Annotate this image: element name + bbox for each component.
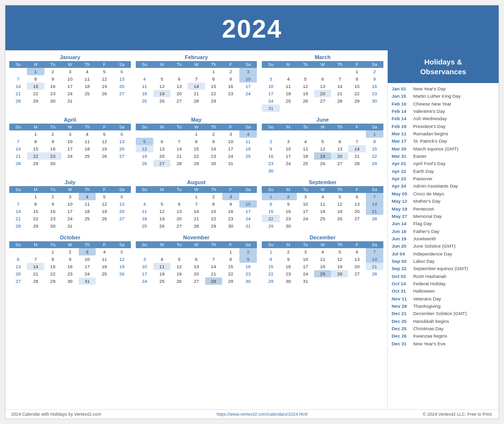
calendar-day: 16 bbox=[262, 152, 279, 160]
calendar-day: 14 bbox=[9, 208, 27, 215]
sidebar-event-item: May 12Mother's Day bbox=[392, 198, 495, 204]
calendar-day: 3 bbox=[262, 75, 279, 83]
calendar-day bbox=[96, 97, 113, 105]
event-date: Mar 20 bbox=[392, 146, 411, 152]
calendar-day: 3 bbox=[280, 138, 297, 145]
sidebar-event-item: Feb 14Ash Wednesday bbox=[392, 116, 495, 122]
calendar-day bbox=[331, 130, 348, 138]
calendar-day: 21 bbox=[331, 90, 348, 97]
calendar-day bbox=[170, 130, 188, 138]
calendar-day: 15 bbox=[348, 83, 365, 90]
event-name: Ramadan begins bbox=[413, 131, 448, 137]
event-name: Easter bbox=[413, 153, 426, 159]
event-date: Apr 01 bbox=[392, 161, 411, 167]
calendar-day: 30 bbox=[262, 167, 279, 174]
calendar-day: 1 bbox=[222, 248, 239, 255]
event-name: Father's Day bbox=[413, 229, 440, 234]
calendar-day: 11 bbox=[314, 200, 331, 208]
event-name: New Year's Day bbox=[413, 86, 446, 92]
calendar-day: 29 bbox=[222, 277, 239, 285]
calendar-day: 16 bbox=[44, 208, 62, 215]
calendar-day: 28 bbox=[348, 160, 365, 167]
calendar-day: 24 bbox=[62, 152, 79, 160]
calendar-day bbox=[280, 68, 297, 75]
calendar-day bbox=[366, 167, 383, 174]
event-date: Jun 16 bbox=[392, 229, 411, 234]
sidebar-event-item: Jun 16Father's Day bbox=[392, 229, 495, 234]
calendar-day: 3 bbox=[136, 255, 153, 263]
sidebar-event-item: Jun 20June Solstice (GMT) bbox=[392, 243, 495, 249]
calendar-day: 28 bbox=[366, 270, 383, 277]
calendar-day: 14 bbox=[170, 145, 188, 152]
calendar-day: 13 bbox=[314, 83, 331, 90]
calendar-day: 28 bbox=[170, 160, 188, 167]
calendar-day: 16 bbox=[366, 83, 383, 90]
calendar-day: 1 bbox=[44, 248, 62, 255]
calendar-day: 29 bbox=[205, 222, 222, 230]
month-february: FebruarySuMTuWThFSa123456789101112131415… bbox=[136, 54, 257, 112]
calendar-day: 13 bbox=[348, 255, 365, 263]
calendar-day bbox=[348, 105, 365, 112]
calendar-day: 29 bbox=[44, 277, 62, 285]
month-title-1: February bbox=[136, 54, 257, 60]
calendar-day: 27 bbox=[170, 222, 188, 230]
calendar-day: 20 bbox=[314, 90, 331, 97]
event-date: Apr 24 bbox=[392, 183, 411, 189]
calendar-day: 2 bbox=[205, 193, 222, 200]
calendar-day bbox=[96, 277, 113, 285]
calendar-day: 25 bbox=[136, 222, 153, 230]
month-title-5: June bbox=[262, 117, 383, 123]
footer-right: © 2024 Vertex42 LLC. Free to Print. bbox=[423, 412, 493, 417]
calendar-day: 21 bbox=[205, 270, 222, 277]
calendar-day: 26 bbox=[96, 152, 113, 160]
calendar-day: 29 bbox=[366, 160, 383, 167]
calendar-day: 12 bbox=[314, 145, 331, 152]
calendar-day: 24 bbox=[239, 90, 257, 97]
calendar-day: 30 bbox=[62, 277, 79, 285]
calendar-day: 18 bbox=[314, 263, 331, 270]
event-date: Feb 14 bbox=[392, 116, 411, 122]
calendar-day: 28 bbox=[9, 97, 27, 105]
calendar-day: 1 bbox=[366, 130, 383, 138]
event-name: Cinco de Mayo bbox=[413, 191, 444, 197]
calendar-day: 10 bbox=[239, 200, 257, 208]
calendar-day: 31 bbox=[79, 277, 96, 285]
calendar-day: 16 bbox=[280, 208, 297, 215]
calendar-day bbox=[239, 160, 257, 167]
calendar-day: 19 bbox=[297, 90, 314, 97]
calendar-day: 24 bbox=[280, 160, 297, 167]
calendar-day: 27 bbox=[348, 270, 365, 277]
event-name: New Year's Eve bbox=[413, 341, 445, 347]
calendar-day: 20 bbox=[188, 270, 205, 277]
calendar-day: 26 bbox=[297, 97, 314, 105]
event-name: Labor Day bbox=[413, 258, 435, 264]
event-name: Independence Day bbox=[413, 251, 452, 257]
calendar-day bbox=[280, 130, 297, 138]
calendar-day: 20 bbox=[170, 215, 188, 222]
calendar-day: 14 bbox=[9, 145, 27, 152]
calendar-day bbox=[9, 193, 27, 200]
calendar-day: 11 bbox=[297, 145, 314, 152]
calendar-day: 19 bbox=[136, 152, 153, 160]
calendar-day: 17 bbox=[62, 145, 79, 152]
month-january: JanuarySuMTuWThFSa1234567891011121314151… bbox=[9, 54, 131, 112]
calendar-day: 29 bbox=[348, 97, 365, 105]
calendar-day: 10 bbox=[280, 145, 297, 152]
calendar-day: 17 bbox=[239, 83, 257, 90]
month-title-11: December bbox=[262, 234, 383, 240]
calendar-day: 13 bbox=[113, 200, 130, 208]
calendar-day: 12 bbox=[153, 208, 170, 215]
calendar-day bbox=[96, 222, 113, 230]
calendar-day: 6 bbox=[348, 248, 365, 255]
event-name: March equinox (GMT) bbox=[413, 146, 458, 152]
calendar-day: 19 bbox=[113, 263, 130, 270]
month-title-8: September bbox=[262, 179, 383, 185]
event-name: June Solstice (GMT) bbox=[413, 243, 456, 249]
calendar-day bbox=[113, 277, 130, 285]
calendar-day: 16 bbox=[205, 145, 222, 152]
event-name: Thanksgiving bbox=[413, 303, 441, 309]
calendar-day bbox=[113, 97, 130, 105]
calendar-day: 15 bbox=[188, 145, 205, 152]
calendar-day bbox=[239, 97, 257, 105]
calendar-day: 27 bbox=[331, 160, 348, 167]
